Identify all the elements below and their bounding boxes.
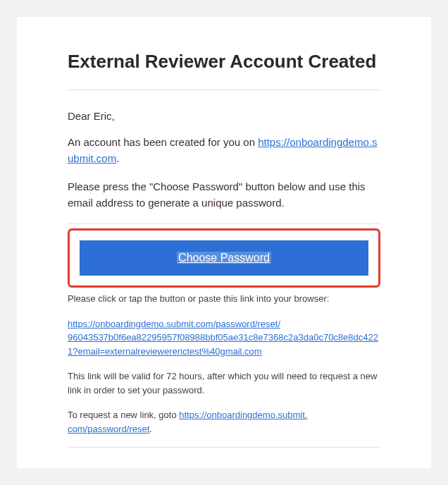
divider-bottom xyxy=(68,447,380,448)
reset-link[interactable]: https://onboardingdemo.submit.com/passwo… xyxy=(68,319,378,357)
request-new-suffix: . xyxy=(149,424,152,434)
choose-password-label: Choose Password xyxy=(177,252,271,264)
divider-top xyxy=(68,90,380,90)
greeting-text: Dear Eric, xyxy=(68,110,380,122)
intro-paragraph: An account has been created for you on h… xyxy=(68,135,380,166)
alt-instruction: Please click or tap the button or paste … xyxy=(68,292,380,306)
instruction-paragraph: Please press the "Choose Password" butto… xyxy=(68,179,380,211)
reset-link-block: https://onboardingdemo.submit.com/passwo… xyxy=(68,317,380,359)
divider-mid xyxy=(68,223,380,224)
email-card: External Reviewer Account Created Dear E… xyxy=(17,17,431,468)
page-title: External Reviewer Account Created xyxy=(68,51,380,73)
request-new-block: To request a new link, goto https://onbo… xyxy=(68,408,380,436)
intro-suffix: . xyxy=(116,152,119,164)
validity-text: This link will be valid for 72 hours, af… xyxy=(68,369,380,397)
request-new-prefix: To request a new link, goto xyxy=(68,410,179,420)
highlight-box: Choose Password xyxy=(68,228,380,288)
intro-prefix: An account has been created for you on xyxy=(68,136,258,148)
choose-password-button[interactable]: Choose Password xyxy=(80,240,368,276)
